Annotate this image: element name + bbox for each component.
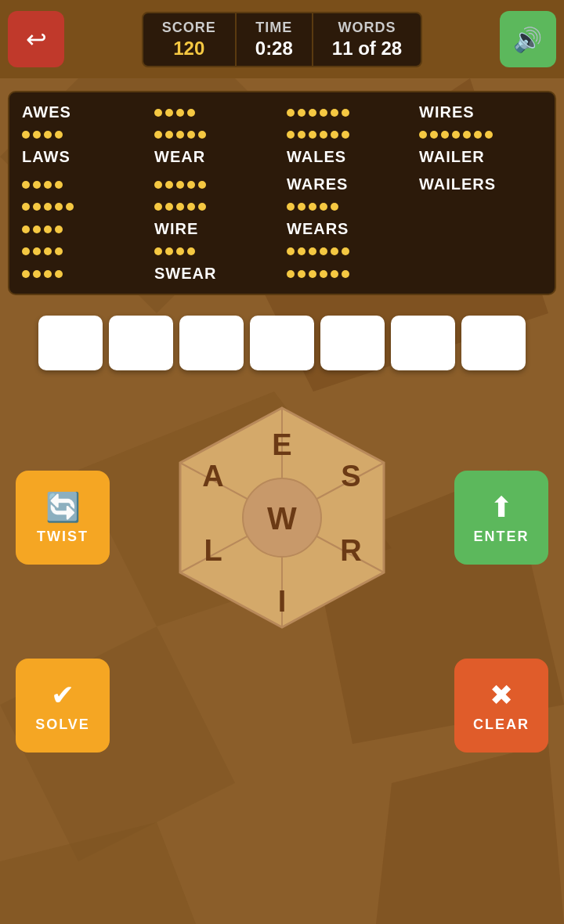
dot [165, 203, 173, 211]
dot [198, 181, 206, 189]
back-button[interactable]: ↩ [8, 11, 64, 67]
dots-cell [19, 246, 148, 257]
dots-cell [19, 263, 148, 284]
dot [287, 131, 295, 139]
dot [55, 181, 63, 189]
dot [331, 131, 338, 139]
dot [287, 109, 295, 117]
dot [320, 203, 327, 211]
word-cell: WALES [284, 146, 413, 168]
clear-label: CLEAR [473, 716, 530, 733]
word-cell [416, 218, 545, 240]
svg-text:A: A [202, 460, 223, 493]
dot [154, 203, 162, 211]
dot [55, 226, 63, 233]
clear-button[interactable]: ✖ CLEAR [454, 659, 548, 753]
dots-cell [19, 201, 148, 212]
clear-icon: ✖ [490, 679, 513, 712]
word-cell: WAILERS [416, 174, 545, 195]
word-cell [416, 263, 545, 284]
dot [44, 203, 52, 211]
dot [187, 181, 195, 189]
letter-tile-7[interactable] [461, 316, 526, 370]
enter-button[interactable]: ⬆ ENTER [454, 471, 548, 565]
dot [154, 109, 162, 117]
dot [485, 131, 493, 139]
dot [33, 226, 41, 233]
letter-tile-4[interactable] [250, 316, 314, 370]
dot [165, 131, 173, 139]
enter-label: ENTER [473, 529, 529, 545]
score-area: SCORE 120 TIME 0:28 WORDS 11 of 28 [142, 12, 422, 67]
dot [198, 203, 206, 211]
dot [55, 247, 63, 255]
dots-cell [19, 218, 148, 240]
dot [33, 247, 41, 255]
dot [22, 203, 30, 211]
dot [452, 131, 460, 139]
word-cell: WEAR [151, 146, 280, 168]
dot [33, 270, 41, 278]
dot [309, 247, 316, 255]
twist-button[interactable]: 🔄 TWIST [16, 471, 110, 565]
dot [287, 270, 295, 278]
dot [298, 109, 306, 117]
dot [419, 131, 427, 139]
dot [320, 270, 327, 278]
dot [176, 203, 184, 211]
svg-marker-6 [376, 744, 564, 924]
dot [55, 131, 63, 139]
letter-tile-2[interactable] [109, 316, 173, 370]
dot [187, 203, 195, 211]
solve-button[interactable]: ✔ SOLVE [16, 659, 110, 753]
dot [55, 203, 63, 211]
dot [298, 270, 306, 278]
dot [66, 203, 74, 211]
dot [44, 181, 52, 189]
dot [342, 109, 349, 117]
dot [33, 203, 41, 211]
words-value: 11 of 28 [332, 38, 402, 60]
game-area: 🔄 TWIST W E S R I [0, 384, 564, 651]
dot [331, 270, 338, 278]
words-label: WORDS [332, 20, 402, 36]
dot [342, 247, 349, 255]
dot [287, 203, 295, 211]
dot [22, 270, 30, 278]
dots-cell [151, 174, 280, 195]
hex-svg: W E S R I L A [157, 392, 407, 643]
dot [165, 109, 173, 117]
twist-icon: 🔄 [45, 491, 81, 524]
dot [154, 181, 162, 189]
words-block: WORDS 11 of 28 [313, 13, 421, 66]
svg-text:E: E [272, 428, 291, 461]
dot [463, 131, 471, 139]
svg-text:W: W [267, 501, 297, 536]
bottom-buttons: ✔ SOLVE ✖ CLEAR [0, 651, 564, 760]
dot [309, 203, 316, 211]
dot [154, 131, 162, 139]
word-cell: SWEAR [151, 263, 280, 284]
letter-tile-6[interactable] [391, 316, 455, 370]
word-cell [416, 201, 545, 212]
svg-text:I: I [278, 585, 287, 618]
svg-text:S: S [341, 460, 360, 493]
dot [33, 181, 41, 189]
dot [44, 247, 52, 255]
dot [430, 131, 438, 139]
dot [309, 270, 316, 278]
dots-cell [416, 129, 545, 140]
letter-tile-1[interactable] [38, 316, 103, 370]
dots-cell [151, 246, 280, 257]
word-cell: LAWS [19, 146, 148, 168]
dot [298, 131, 306, 139]
sound-button[interactable]: 🔊 [500, 11, 556, 67]
twist-label: TWIST [37, 529, 89, 545]
word-cell: WAILER [416, 146, 545, 168]
letter-tile-5[interactable] [320, 316, 385, 370]
word-grid: AWES WIRES [19, 102, 545, 284]
word-cell: AWES [19, 102, 148, 123]
solve-icon: ✔ [51, 679, 74, 712]
letter-tile-3[interactable] [179, 316, 244, 370]
dot [342, 131, 349, 139]
